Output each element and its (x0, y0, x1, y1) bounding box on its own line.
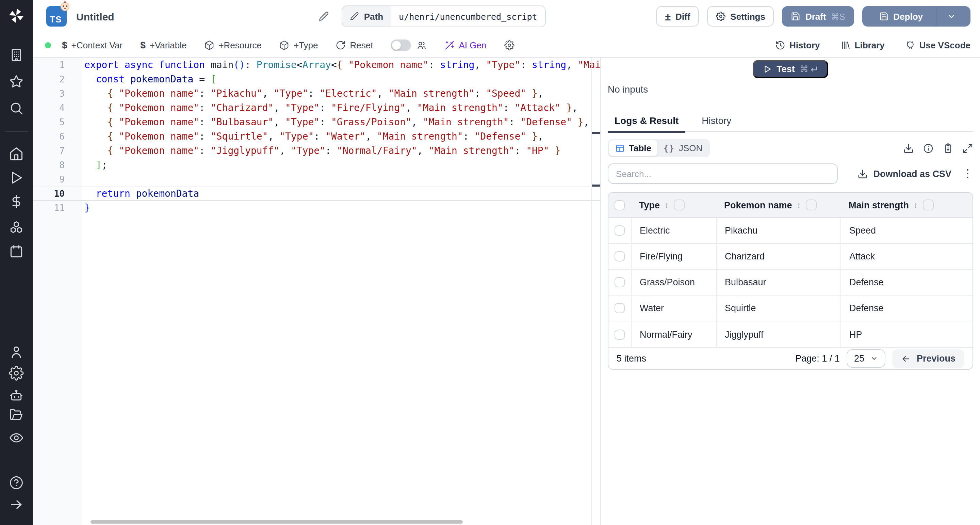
select-all-checkbox[interactable] (614, 200, 625, 210)
expand-fullscreen-icon[interactable] (962, 143, 973, 153)
row-checkbox-cell (608, 295, 631, 321)
row-checkbox[interactable] (614, 277, 625, 287)
table-row: Fire/FlyingCharizardAttack (608, 244, 972, 270)
help-icon[interactable] (9, 475, 24, 490)
folders-icon[interactable] (9, 407, 24, 422)
column-filter-box[interactable] (923, 199, 933, 211)
page-size-select[interactable]: 25 (846, 349, 885, 368)
test-button[interactable]: Test ⌘ (753, 60, 828, 78)
path-value[interactable]: u/henri/unencumbered_script (391, 6, 545, 27)
column-filter-box[interactable] (673, 199, 684, 211)
path-box[interactable]: Path u/henri/unencumbered_script (342, 5, 546, 27)
search-input[interactable] (608, 163, 838, 184)
script-title: Untitled (76, 11, 115, 22)
users-person-icon[interactable] (9, 345, 24, 359)
line-number: 9 (33, 172, 82, 187)
favorites-star-icon[interactable] (9, 74, 24, 89)
add-variable-button[interactable]: $ +Variable (140, 40, 186, 50)
row-checkbox[interactable] (614, 329, 625, 340)
deploy-dropdown-chevron[interactable] (941, 7, 962, 26)
schedules-calendar-icon[interactable] (9, 244, 24, 259)
no-inputs-label: No inputs (608, 84, 973, 95)
download-result-icon[interactable] (903, 143, 914, 153)
reset-button[interactable]: Reset (336, 40, 373, 50)
download-csv-button[interactable]: Download as CSV (858, 169, 951, 179)
editor-settings-gear-icon[interactable] (504, 40, 514, 50)
code-editor[interactable]: 1export async function main(): Promise<A… (33, 58, 600, 525)
table-row: WaterSquirtleDefense (608, 295, 972, 321)
use-vscode-button[interactable]: Use VScode (905, 40, 970, 50)
row-checkbox-cell (608, 270, 631, 295)
library-icon (840, 40, 851, 50)
tab-logs-result[interactable]: Logs & Result (608, 115, 685, 133)
copy-clipboard-icon[interactable] (943, 143, 953, 153)
edit-summary-pencil-icon[interactable] (318, 11, 329, 22)
add-type-button[interactable]: +Type (279, 40, 318, 50)
workers-robot-icon[interactable] (9, 388, 24, 403)
code-text: const pokemonData = [ (84, 72, 216, 86)
more-options-kebab-icon[interactable]: ⋮ (962, 168, 973, 179)
table-cell: Electric (631, 218, 716, 243)
row-checkbox[interactable] (614, 251, 625, 262)
library-button[interactable]: Library (840, 40, 885, 50)
resources-boxes-icon[interactable] (9, 220, 24, 235)
collaborators-users-icon[interactable] (417, 40, 427, 50)
column-label: Pokemon name (724, 200, 792, 210)
search-icon[interactable] (9, 101, 24, 116)
content-split: 1export async function main(): Promise<A… (33, 57, 980, 525)
arrow-left-icon (901, 354, 911, 363)
line-number: 2 (33, 72, 82, 86)
chevron-down-icon (947, 11, 956, 21)
audit-eye-icon[interactable] (9, 430, 24, 445)
expand-sidebar-arrow-icon[interactable] (9, 497, 24, 512)
row-checkbox[interactable] (614, 225, 625, 236)
header-checkbox-cell (608, 200, 631, 210)
overview-marker (592, 132, 600, 134)
line-number: 3 (33, 86, 82, 101)
add-context-var-button[interactable]: $ +Context Var (62, 40, 123, 50)
code-text: } (84, 201, 90, 215)
line-number: 7 (33, 144, 82, 158)
table-cell: Jigglypuff (716, 321, 840, 347)
info-icon[interactable] (923, 143, 934, 153)
history-button[interactable]: History (775, 40, 820, 50)
pencil-icon (350, 11, 360, 21)
table-icon (615, 143, 625, 153)
sort-icon[interactable]: ↕ (797, 200, 801, 210)
sort-icon[interactable]: ↕ (665, 200, 669, 210)
ai-gen-button[interactable]: AI Gen (444, 40, 486, 50)
draft-button[interactable]: Draft ⌘S (782, 6, 854, 27)
add-resource-button[interactable]: +Resource (204, 40, 261, 50)
collab-toggle[interactable] (391, 39, 411, 51)
code-line-8: 8 ]; (33, 158, 600, 172)
sort-icon[interactable]: ↕ (914, 200, 918, 210)
code-line-3: 3 { "Pokemon name": "Pikachu", "Type": "… (33, 86, 600, 101)
table-cell: Defense (840, 295, 972, 321)
code-text: return pokemonData (84, 187, 199, 201)
column-filter-box[interactable] (806, 199, 817, 211)
settings-gear-icon[interactable] (9, 365, 24, 381)
view-table-option[interactable]: Table (609, 140, 657, 156)
view-json-option[interactable]: {} JSON (657, 140, 708, 156)
history-clock-icon (775, 40, 785, 50)
workspace-building-icon[interactable] (9, 48, 24, 63)
line-number: 1 (33, 58, 82, 72)
topbar: TS Untitled Path u/henri/unencumbered_sc… (33, 0, 980, 33)
code-line-4: 4 { "Pokemon name": "Charizard", "Type":… (33, 101, 600, 115)
line-number: 8 (33, 158, 82, 172)
previous-page-button[interactable]: Previous (892, 349, 964, 368)
deploy-button[interactable]: Deploy (862, 6, 970, 27)
package-icon (279, 40, 290, 50)
diff-button[interactable]: ± Diff (656, 6, 699, 27)
horizontal-scrollbar[interactable] (91, 520, 463, 523)
column-header-type: Type↕ (631, 199, 716, 211)
variables-dollar-icon[interactable] (9, 194, 24, 209)
tab-history[interactable]: History (695, 115, 738, 131)
home-icon[interactable] (9, 147, 24, 161)
row-checkbox[interactable] (614, 303, 625, 313)
settings-button[interactable]: Settings (707, 6, 774, 27)
runs-play-icon[interactable] (9, 170, 24, 185)
gear-icon (716, 11, 725, 21)
play-icon (763, 65, 772, 73)
windmill-logo-icon[interactable] (8, 7, 25, 24)
